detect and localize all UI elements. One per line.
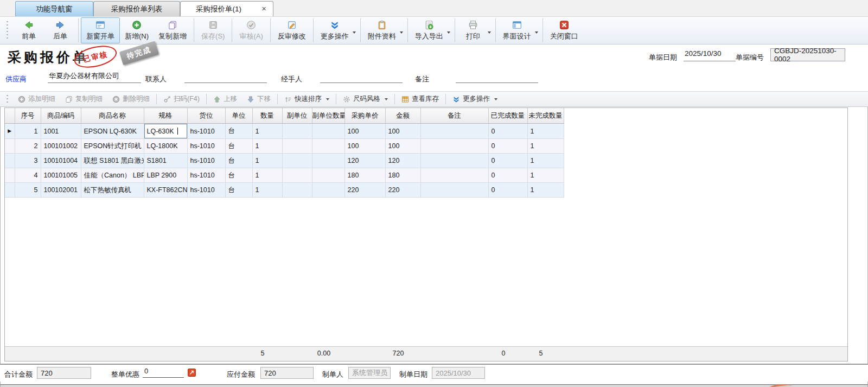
column-header[interactable]: 未完成数量: [527, 108, 564, 124]
table-cell[interactable]: 1: [252, 154, 282, 168]
table-cell[interactable]: 220: [385, 183, 420, 198]
table-cell[interactable]: 联想 S1801 黑白激光: [81, 154, 144, 168]
column-header[interactable]: 数量: [252, 108, 282, 124]
handler-input[interactable]: [320, 71, 403, 83]
table-cell[interactable]: 台: [225, 168, 252, 183]
table-cell[interactable]: 180: [385, 168, 420, 183]
column-header[interactable]: 商品名称: [81, 108, 144, 124]
table-cell[interactable]: [282, 139, 312, 154]
add-new-button[interactable]: 新增(N): [120, 18, 154, 43]
table-cell[interactable]: [282, 124, 312, 139]
ui-design-button[interactable]: 界面设计: [498, 18, 540, 43]
table-cell[interactable]: 0: [488, 154, 527, 168]
table-cell[interactable]: [312, 154, 344, 168]
table-cell[interactable]: hs-1010: [187, 183, 225, 198]
table-cell[interactable]: 1: [252, 139, 282, 154]
table-cell[interactable]: [312, 124, 344, 139]
tab-quotation-doc[interactable]: 采购报价单(1) ×: [180, 1, 273, 16]
table-cell[interactable]: [420, 124, 488, 139]
table-cell[interactable]: 1: [15, 124, 41, 139]
column-header[interactable]: 货位: [187, 108, 225, 124]
copy-add-button[interactable]: 复制新增: [154, 18, 192, 43]
column-header[interactable]: 单位: [225, 108, 252, 124]
table-cell[interactable]: 2: [15, 139, 41, 154]
table-cell[interactable]: 100: [344, 139, 385, 154]
table-cell[interactable]: [420, 154, 488, 168]
table-cell[interactable]: 220: [344, 183, 385, 198]
audit-button[interactable]: 审核(A): [234, 18, 267, 43]
import-export-button[interactable]: 导入导出: [410, 18, 452, 43]
table-cell[interactable]: 120: [385, 154, 420, 168]
move-down-button[interactable]: 下移: [242, 93, 276, 105]
table-cell[interactable]: 1: [252, 183, 282, 198]
column-header[interactable]: 副单位数量: [312, 108, 344, 124]
table-cell[interactable]: 0: [488, 168, 527, 183]
table-cell[interactable]: EPSON针式打印机: [81, 139, 144, 154]
table-cell[interactable]: 1: [252, 168, 282, 183]
delete-detail-button[interactable]: 删除明细: [107, 93, 155, 105]
row-selector[interactable]: [5, 139, 15, 154]
table-cell[interactable]: 0: [488, 124, 527, 139]
row-selector[interactable]: [5, 183, 15, 198]
column-header[interactable]: 副单位: [282, 108, 312, 124]
table-cell[interactable]: hs-1010: [187, 124, 225, 139]
table-cell[interactable]: 1: [527, 183, 564, 198]
table-cell[interactable]: 台: [225, 183, 252, 198]
view-stock-button[interactable]: 查看库存: [397, 93, 444, 105]
table-cell[interactable]: EPSON LQ-630K: [81, 124, 144, 139]
quick-discount-icon[interactable]: [188, 369, 196, 379]
more-detail-actions-button[interactable]: 更多操作: [448, 93, 502, 105]
table-cell[interactable]: [312, 139, 344, 154]
table-cell[interactable]: 台: [225, 139, 252, 154]
copy-detail-button[interactable]: 复制明细: [60, 93, 107, 105]
size-style-button[interactable]: 尺码风格: [338, 93, 393, 105]
table-cell[interactable]: LBP 2900: [144, 168, 187, 183]
print-button[interactable]: 打印: [457, 18, 493, 43]
table-cell[interactable]: 佳能（Canon） LBP: [81, 168, 144, 183]
table-cell[interactable]: 0: [488, 139, 527, 154]
table-cell[interactable]: hs-1010: [187, 154, 225, 168]
tab-quotation-list[interactable]: 采购报价单列表: [93, 1, 180, 16]
table-cell[interactable]: 1: [527, 168, 564, 183]
table-cell[interactable]: [420, 168, 488, 183]
table-cell[interactable]: [282, 183, 312, 198]
table-cell[interactable]: hs-1010: [187, 139, 225, 154]
tab-function-nav[interactable]: 功能导航窗: [15, 1, 93, 16]
table-cell[interactable]: 100: [385, 139, 420, 154]
column-header[interactable]: 商品编码: [41, 108, 81, 124]
column-header[interactable]: 金额: [385, 108, 420, 124]
column-header[interactable]: 序号: [15, 108, 41, 124]
table-cell[interactable]: [282, 168, 312, 183]
table-cell[interactable]: S1801: [144, 154, 187, 168]
toolbar-grip[interactable]: [7, 20, 8, 41]
table-cell[interactable]: 100102001: [41, 183, 81, 198]
table-cell[interactable]: 1: [527, 124, 564, 139]
table-cell[interactable]: 1001: [41, 124, 81, 139]
quick-sort-button[interactable]: 快速排序: [279, 93, 334, 105]
table-cell[interactable]: 100: [344, 124, 385, 139]
remark-input[interactable]: [456, 71, 538, 83]
table-cell[interactable]: 3: [15, 154, 41, 168]
table-cell[interactable]: 1: [252, 124, 282, 139]
table-cell[interactable]: 100101005: [41, 168, 81, 183]
table-cell[interactable]: 180: [344, 168, 385, 183]
table-cell[interactable]: [312, 168, 344, 183]
order-discount-input[interactable]: 0: [143, 367, 184, 378]
column-header[interactable]: 已完成数量: [488, 108, 527, 124]
table-cell[interactable]: 100: [385, 124, 420, 139]
row-selector[interactable]: [5, 154, 15, 168]
table-cell[interactable]: 台: [225, 154, 252, 168]
table-cell[interactable]: 100101004: [41, 154, 81, 168]
attachments-button[interactable]: 附件资料: [363, 18, 405, 43]
table-cell[interactable]: 100101002: [41, 139, 81, 154]
supplier-input[interactable]: 华夏办公器材有限公司: [48, 71, 141, 83]
toolbar-grip[interactable]: [7, 94, 8, 105]
table-cell[interactable]: [282, 154, 312, 168]
table-cell[interactable]: [420, 139, 488, 154]
row-selector[interactable]: ▶: [5, 124, 15, 139]
table-cell[interactable]: [420, 183, 488, 198]
scan-code-button[interactable]: 扫码(F4): [158, 93, 205, 105]
row-selector[interactable]: [5, 168, 15, 183]
table-cell[interactable]: hs-1010: [187, 168, 225, 183]
table-cell[interactable]: 松下热敏传真机: [81, 183, 144, 198]
